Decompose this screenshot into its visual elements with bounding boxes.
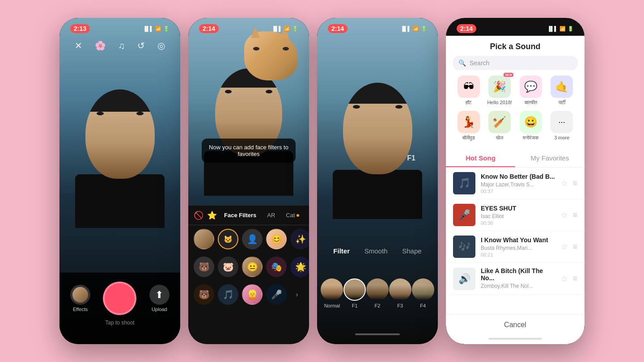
menu-icon-4[interactable]: ≡	[572, 274, 577, 283]
filter-item-14[interactable]: 🎤	[266, 284, 287, 305]
effects-button[interactable]: Effects	[70, 285, 90, 312]
star-icon-3[interactable]: ☆	[561, 242, 568, 252]
cat-sports[interactable]: 🏏 खेल	[486, 111, 513, 141]
status-bar-3: 2:14 ▐▌▌ 📶 🔋	[317, 18, 438, 36]
song-artist-3: Busta Rhymes,Mari...	[481, 245, 555, 251]
filter-icon-7: 🐷	[223, 261, 234, 272]
tap-to-shoot-label: Tap to shoot	[105, 320, 134, 326]
filter-item-9[interactable]: 🎭	[266, 257, 287, 277]
phone-1-screen: 2:13 ▐▌▌ 📶 🔋 ✕ 🌸 ♫ ↺ ◎	[59, 18, 180, 344]
my-favorites-tab[interactable]: My Favorites	[515, 150, 585, 167]
menu-icon-1[interactable]: ≡	[572, 179, 577, 188]
cat-more[interactable]: ··· 3 more	[548, 111, 575, 141]
filter-item-7[interactable]: 🐷	[218, 257, 238, 277]
filter-item-6[interactable]: 🐻	[194, 257, 214, 277]
sound-screen: 2:14 ▐▌▌ 📶 🔋 Pick a Sound 🔍 Search 🕶	[446, 18, 585, 344]
filter-icon-2: 🐱	[224, 235, 233, 244]
sound-search-bar[interactable]: 🔍 Search	[453, 56, 577, 70]
battery-icon-1: 🔋	[163, 26, 169, 32]
filter-item-10[interactable]: 🌟	[290, 257, 309, 277]
cat-party[interactable]: 🤙 पार्टी	[548, 76, 575, 105]
filter-icon-13: 👱	[247, 289, 258, 300]
favorites-icon[interactable]: ⭐	[207, 210, 217, 220]
signal-icon-3: ▐▌▌	[401, 26, 411, 31]
filter-normal-img	[321, 278, 343, 301]
song-artist-4: Zomboy,Kill The Noi...	[481, 283, 555, 289]
cat-bollywood[interactable]: 💃 बॉलीवुड	[455, 111, 482, 141]
cat-chat[interactable]: 💬 बातचीत	[517, 76, 544, 105]
song-tabs: Hot Song My Favorites	[446, 150, 585, 168]
filter-f3[interactable]: F3	[389, 278, 411, 308]
eye-left-3	[353, 105, 360, 109]
cat-new-year[interactable]: 🎉 NEW Hello 2018!	[486, 76, 513, 105]
hot-song-tab[interactable]: Hot Song	[446, 150, 515, 167]
song-actions-3: ☆ ≡	[561, 242, 577, 252]
eye-left-1	[97, 112, 104, 115]
filter-icon-4: 😊	[271, 234, 282, 244]
signal-icon-4: ▐▌▌	[547, 26, 558, 31]
filter-item-12[interactable]: 🎵	[218, 284, 238, 305]
effects-icon[interactable]: 🌸	[95, 40, 106, 51]
song-item-2[interactable]: 🎤 EYES SHUT Isac Elliot 00:36 ☆ ≡	[446, 199, 585, 231]
no-filter-icon[interactable]: 🚫	[194, 210, 203, 220]
ar-tab[interactable]: AR	[263, 210, 279, 220]
filter-item-8[interactable]: 😐	[242, 257, 263, 277]
cat-party-label: पार्टी	[559, 100, 565, 105]
cat-sports-icon: 🏏	[488, 111, 511, 133]
speed-icon[interactable]: ◎	[157, 40, 165, 51]
filter-f4[interactable]: F4	[412, 278, 434, 308]
smooth-mode-tab[interactable]: Smooth	[364, 247, 388, 255]
filter-item-13[interactable]: 👱	[242, 284, 263, 305]
signal-icon-2: ▐▌▌	[272, 26, 282, 31]
filter-item-2-selected[interactable]: 🐱	[218, 229, 238, 249]
song-info-2: EYES SHUT Isac Elliot 00:36	[481, 205, 555, 226]
search-icon-4: 🔍	[458, 59, 466, 67]
cancel-button[interactable]: Cancel	[446, 314, 585, 335]
menu-icon-3[interactable]: ≡	[572, 242, 577, 252]
filter-icon-6: 🐻	[199, 261, 210, 272]
filter-f2-img	[366, 278, 389, 301]
status-time-2: 2:14	[199, 24, 219, 33]
star-icon-4[interactable]: ☆	[561, 274, 568, 284]
expand-icon[interactable]: ›	[290, 284, 304, 305]
filter-f1[interactable]: F1	[343, 278, 366, 308]
cat-hot[interactable]: 🕶 हॉट	[455, 76, 482, 105]
song-thumb-1: 🎵	[453, 172, 475, 194]
filter-circles-row: Normal F1 F2 F3 F4	[317, 278, 438, 308]
cat-tab[interactable]: Cat	[282, 210, 302, 220]
home-bar-4	[488, 338, 542, 340]
eyes-1	[97, 112, 144, 115]
menu-icon-2[interactable]: ≡	[572, 210, 577, 220]
star-icon-1[interactable]: ☆	[561, 178, 568, 188]
cat-bollywood-label: बॉलीवुड	[462, 135, 475, 141]
filter-item-5[interactable]: ✨	[290, 229, 309, 249]
cat-entertainment[interactable]: 😀 मनोरंजक	[517, 111, 544, 141]
song-name-2: EYES SHUT	[481, 205, 555, 212]
song-actions-2: ☆ ≡	[561, 210, 577, 220]
shoot-button[interactable]	[103, 282, 136, 315]
signal-icon-1: ▐▌▌	[143, 26, 153, 31]
filter-normal[interactable]: Normal	[321, 278, 343, 308]
star-icon-2[interactable]: ☆	[561, 210, 568, 220]
eyes-2	[225, 90, 272, 93]
song-item-3[interactable]: 🎶 I Know What You Want Busta Rhymes,Mari…	[446, 231, 585, 263]
cat-dot	[297, 214, 299, 217]
timer-icon[interactable]: ↺	[137, 40, 145, 51]
song-item-4[interactable]: 🔊 Like A Bitch (Kill The No... Zomboy,Ki…	[446, 263, 585, 295]
filter-mode-tab[interactable]: Filter	[333, 247, 350, 255]
filter-f2[interactable]: F2	[366, 278, 389, 308]
filter-icon-5: ✨	[295, 234, 306, 244]
f1-label: F1	[407, 154, 415, 162]
shape-mode-tab[interactable]: Shape	[402, 247, 421, 255]
filter-f2-label: F2	[375, 303, 381, 308]
filter-item-11[interactable]: 🐻	[194, 284, 214, 305]
filter-item-1[interactable]	[194, 229, 214, 249]
upload-button[interactable]: ⬆ Upload	[149, 285, 169, 312]
song-item-1[interactable]: 🎵 Know No Better (Bad B... Major Lazer,T…	[446, 168, 585, 199]
filter-icon-10: 🌟	[295, 261, 306, 272]
filter-item-4[interactable]: 😊	[266, 229, 287, 249]
close-icon[interactable]: ✕	[75, 40, 82, 51]
face-filters-tab[interactable]: Face Filters	[220, 210, 260, 220]
music-icon[interactable]: ♫	[118, 41, 125, 51]
filter-item-3[interactable]: 👤	[242, 229, 263, 249]
